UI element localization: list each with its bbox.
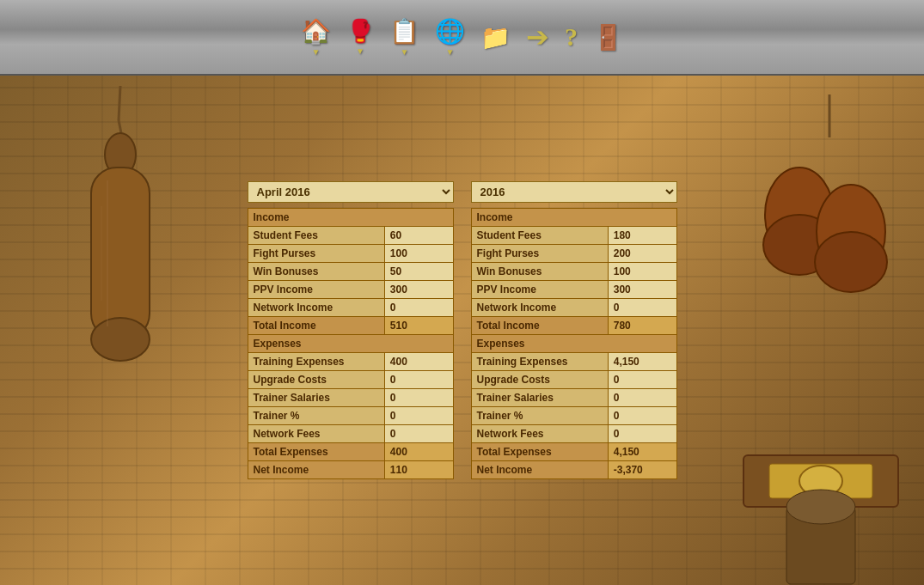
monthly-total-income-value: 510	[384, 317, 453, 335]
yearly-network-income-row: Network Income 0	[471, 299, 676, 317]
yearly-trainer-salaries-row: Trainer Salaries 0	[471, 389, 676, 407]
yearly-upgrade-costs-label: Upgrade Costs	[471, 371, 608, 389]
yearly-fight-purses-label: Fight Purses	[471, 245, 608, 263]
exit-icon[interactable]: 🚪	[593, 23, 623, 52]
globe-icon[interactable]: 🌐 ▼	[435, 17, 465, 57]
yearly-trainer-pct-value: 0	[608, 407, 676, 425]
monthly-net-income-value: 110	[384, 461, 453, 479]
monthly-student-fees-label: Student Fees	[248, 227, 384, 245]
yearly-student-fees-label: Student Fees	[471, 227, 608, 245]
yearly-ppv-income-label: PPV Income	[471, 281, 608, 299]
monthly-fight-purses-row: Fight Purses 100	[248, 245, 453, 263]
yearly-income-header-row: Income	[471, 209, 676, 227]
gloves-icon[interactable]: 🥊 ▼	[346, 18, 374, 56]
yearly-trainer-salaries-label: Trainer Salaries	[471, 389, 608, 407]
yearly-expenses-header: Expenses	[471, 335, 676, 353]
monthly-fight-purses-value: 100	[384, 245, 453, 263]
monthly-network-income-value: 0	[384, 299, 453, 317]
yearly-network-fees-value: 0	[608, 425, 676, 443]
yearly-network-income-value: 0	[608, 299, 676, 317]
yearly-total-income-value: 780	[608, 317, 676, 335]
monthly-income-header-row: Income	[248, 209, 453, 227]
yearly-total-expenses-value: 4,150	[608, 443, 676, 461]
folder-icon[interactable]: 📁	[480, 23, 511, 52]
yearly-ppv-income-value: 300	[608, 281, 676, 299]
monthly-fight-purses-label: Fight Purses	[248, 245, 384, 263]
yearly-period-select[interactable]: 2016	[471, 181, 677, 203]
monthly-win-bonuses-value: 50	[384, 263, 453, 281]
yearly-training-expenses-value: 4,150	[608, 353, 676, 371]
yearly-upgrade-costs-value: 0	[608, 371, 676, 389]
monthly-trainer-pct-label: Trainer %	[248, 407, 384, 425]
monthly-win-bonuses-label: Win Bonuses	[248, 263, 384, 281]
yearly-student-fees-row: Student Fees 180	[471, 227, 676, 245]
monthly-network-income-row: Network Income 0	[248, 299, 453, 317]
monthly-ppv-income-label: PPV Income	[248, 281, 384, 299]
monthly-total-income-row: Total Income 510	[248, 317, 453, 335]
yearly-network-income-label: Network Income	[471, 299, 608, 317]
monthly-win-bonuses-row: Win Bonuses 50	[248, 263, 453, 281]
monthly-section: April 2016 Income Student Fees 60 Fight …	[248, 181, 454, 479]
yearly-network-fees-label: Network Fees	[471, 425, 608, 443]
yearly-expenses-header-row: Expenses	[471, 335, 676, 353]
monthly-network-income-label: Network Income	[248, 299, 384, 317]
yearly-income-header: Income	[471, 209, 676, 227]
yearly-trainer-salaries-value: 0	[608, 389, 676, 407]
monthly-student-fees-row: Student Fees 60	[248, 227, 453, 245]
yearly-win-bonuses-row: Win Bonuses 100	[471, 263, 676, 281]
monthly-training-expenses-label: Training Expenses	[248, 353, 384, 371]
monthly-trainer-pct-row: Trainer % 0	[248, 407, 453, 425]
yearly-fight-purses-row: Fight Purses 200	[471, 245, 676, 263]
monthly-upgrade-costs-row: Upgrade Costs 0	[248, 371, 453, 389]
monthly-network-fees-label: Network Fees	[248, 425, 384, 443]
yearly-net-income-value: -3,370	[608, 461, 676, 479]
monthly-training-expenses-row: Training Expenses 400	[248, 353, 453, 371]
monthly-income-header: Income	[248, 209, 453, 227]
yearly-training-expenses-row: Training Expenses 4,150	[471, 353, 676, 371]
monthly-network-fees-row: Network Fees 0	[248, 425, 453, 443]
yearly-student-fees-value: 180	[608, 227, 676, 245]
monthly-total-expenses-label: Total Expenses	[248, 443, 384, 461]
help-icon[interactable]: ?	[565, 22, 578, 52]
monthly-expenses-header-row: Expenses	[248, 335, 453, 353]
monthly-trainer-salaries-value: 0	[384, 389, 453, 407]
yearly-total-expenses-label: Total Expenses	[471, 443, 608, 461]
yearly-fight-purses-value: 200	[608, 245, 676, 263]
tables-container: April 2016 Income Student Fees 60 Fight …	[0, 76, 924, 585]
arrow-icon[interactable]: ➔	[526, 21, 549, 53]
monthly-upgrade-costs-value: 0	[384, 371, 453, 389]
monthly-network-fees-value: 0	[384, 425, 453, 443]
toolbar: 🏠 ▼ 🥊 ▼ 📋 ▼ 🌐 ▼ 📁 ➔ ? 🚪	[0, 0, 924, 76]
yearly-trainer-pct-label: Trainer %	[471, 407, 608, 425]
yearly-network-fees-row: Network Fees 0	[471, 425, 676, 443]
home-icon[interactable]: 🏠 ▼	[301, 17, 331, 57]
yearly-net-income-row: Net Income -3,370	[471, 461, 676, 479]
monthly-trainer-salaries-label: Trainer Salaries	[248, 389, 384, 407]
monthly-period-select[interactable]: April 2016	[248, 181, 454, 203]
yearly-net-income-label: Net Income	[471, 461, 608, 479]
yearly-trainer-pct-row: Trainer % 0	[471, 407, 676, 425]
yearly-section: 2016 Income Student Fees 180 Fight Purse…	[471, 181, 677, 479]
yearly-total-income-label: Total Income	[471, 317, 608, 335]
clipboard-icon[interactable]: 📋 ▼	[389, 17, 419, 57]
monthly-trainer-pct-value: 0	[384, 407, 453, 425]
monthly-total-expenses-value: 400	[384, 443, 453, 461]
yearly-total-expenses-row: Total Expenses 4,150	[471, 443, 676, 461]
monthly-total-income-label: Total Income	[248, 317, 384, 335]
yearly-ppv-income-row: PPV Income 300	[471, 281, 676, 299]
yearly-total-income-row: Total Income 780	[471, 317, 676, 335]
monthly-upgrade-costs-label: Upgrade Costs	[248, 371, 384, 389]
monthly-student-fees-value: 60	[384, 227, 453, 245]
monthly-ppv-income-row: PPV Income 300	[248, 281, 453, 299]
monthly-expenses-header: Expenses	[248, 335, 453, 353]
yearly-win-bonuses-value: 100	[608, 263, 676, 281]
yearly-upgrade-costs-row: Upgrade Costs 0	[471, 371, 676, 389]
monthly-trainer-salaries-row: Trainer Salaries 0	[248, 389, 453, 407]
yearly-table: Income Student Fees 180 Fight Purses 200…	[471, 208, 677, 479]
monthly-table: Income Student Fees 60 Fight Purses 100 …	[248, 208, 454, 479]
monthly-training-expenses-value: 400	[384, 353, 453, 371]
yearly-training-expenses-label: Training Expenses	[471, 353, 608, 371]
monthly-net-income-row: Net Income 110	[248, 461, 453, 479]
yearly-win-bonuses-label: Win Bonuses	[471, 263, 608, 281]
monthly-total-expenses-row: Total Expenses 400	[248, 443, 453, 461]
